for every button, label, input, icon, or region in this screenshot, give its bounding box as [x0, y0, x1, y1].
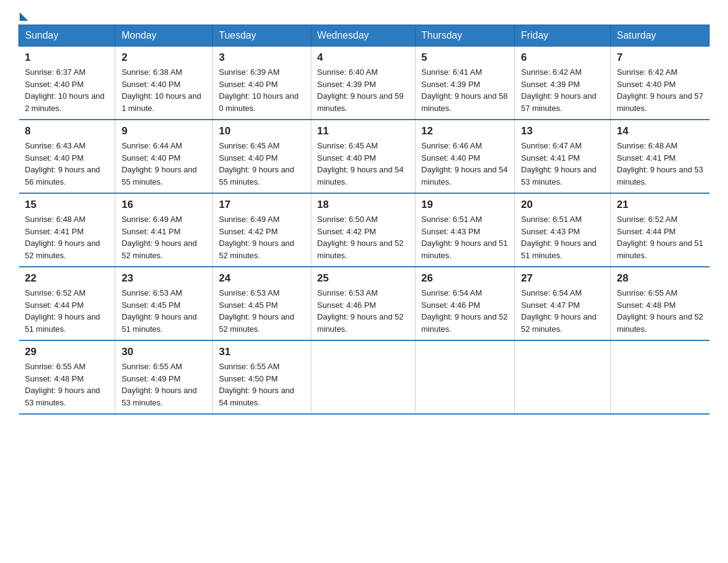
- day-number: 25: [317, 272, 409, 285]
- weekday-header-tuesday: Tuesday: [213, 25, 311, 47]
- logo: [18, 12, 28, 18]
- day-cell-18: 18Sunrise: 6:50 AMSunset: 4:42 PMDayligh…: [311, 193, 415, 267]
- day-cell-31: 31Sunrise: 6:55 AMSunset: 4:50 PMDayligh…: [213, 340, 311, 414]
- day-number: 3: [219, 52, 304, 64]
- day-cell-4: 4Sunrise: 6:40 AMSunset: 4:39 PMDaylight…: [311, 47, 415, 120]
- weekday-header-friday: Friday: [515, 25, 610, 47]
- empty-cell: [415, 340, 515, 414]
- day-info: Sunrise: 6:50 AMSunset: 4:42 PMDaylight:…: [317, 213, 409, 261]
- day-info: Sunrise: 6:44 AMSunset: 4:40 PMDaylight:…: [121, 140, 206, 188]
- empty-cell: [515, 340, 610, 414]
- day-cell-24: 24Sunrise: 6:53 AMSunset: 4:45 PMDayligh…: [213, 267, 311, 340]
- week-row-5: 29Sunrise: 6:55 AMSunset: 4:48 PMDayligh…: [19, 340, 710, 414]
- day-number: 28: [617, 272, 703, 285]
- day-cell-7: 7Sunrise: 6:42 AMSunset: 4:40 PMDaylight…: [610, 47, 709, 120]
- day-number: 7: [617, 52, 703, 64]
- weekday-header-sunday: Sunday: [19, 25, 115, 47]
- day-number: 24: [219, 272, 304, 285]
- day-info: Sunrise: 6:38 AMSunset: 4:40 PMDaylight:…: [121, 66, 206, 114]
- day-number: 19: [422, 199, 509, 211]
- day-cell-29: 29Sunrise: 6:55 AMSunset: 4:48 PMDayligh…: [19, 340, 115, 414]
- day-number: 5: [422, 52, 509, 64]
- day-number: 21: [617, 199, 703, 211]
- day-cell-19: 19Sunrise: 6:51 AMSunset: 4:43 PMDayligh…: [415, 193, 515, 267]
- day-cell-28: 28Sunrise: 6:55 AMSunset: 4:48 PMDayligh…: [610, 267, 709, 340]
- day-number: 29: [25, 346, 109, 358]
- day-info: Sunrise: 6:42 AMSunset: 4:39 PMDaylight:…: [521, 66, 604, 114]
- weekday-header-saturday: Saturday: [610, 25, 709, 47]
- day-info: Sunrise: 6:46 AMSunset: 4:40 PMDaylight:…: [422, 140, 509, 188]
- day-number: 10: [219, 125, 304, 137]
- day-info: Sunrise: 6:54 AMSunset: 4:47 PMDaylight:…: [521, 287, 604, 335]
- day-info: Sunrise: 6:53 AMSunset: 4:45 PMDaylight:…: [121, 287, 206, 335]
- day-cell-8: 8Sunrise: 6:43 AMSunset: 4:40 PMDaylight…: [19, 120, 115, 193]
- day-info: Sunrise: 6:49 AMSunset: 4:41 PMDaylight:…: [121, 213, 206, 261]
- empty-cell: [311, 340, 415, 414]
- day-info: Sunrise: 6:45 AMSunset: 4:40 PMDaylight:…: [317, 140, 409, 188]
- day-cell-14: 14Sunrise: 6:48 AMSunset: 4:41 PMDayligh…: [610, 120, 709, 193]
- day-cell-12: 12Sunrise: 6:46 AMSunset: 4:40 PMDayligh…: [415, 120, 515, 193]
- day-info: Sunrise: 6:43 AMSunset: 4:40 PMDaylight:…: [25, 140, 109, 188]
- day-info: Sunrise: 6:41 AMSunset: 4:39 PMDaylight:…: [422, 66, 509, 114]
- week-row-2: 8Sunrise: 6:43 AMSunset: 4:40 PMDaylight…: [19, 120, 710, 193]
- week-row-1: 1Sunrise: 6:37 AMSunset: 4:40 PMDaylight…: [19, 47, 710, 120]
- day-number: 14: [617, 125, 703, 137]
- day-number: 13: [521, 125, 604, 137]
- day-cell-17: 17Sunrise: 6:49 AMSunset: 4:42 PMDayligh…: [213, 193, 311, 267]
- day-cell-10: 10Sunrise: 6:45 AMSunset: 4:40 PMDayligh…: [213, 120, 311, 193]
- week-row-4: 22Sunrise: 6:52 AMSunset: 4:44 PMDayligh…: [19, 267, 710, 340]
- day-info: Sunrise: 6:37 AMSunset: 4:40 PMDaylight:…: [25, 66, 109, 114]
- day-number: 8: [25, 125, 109, 137]
- day-cell-21: 21Sunrise: 6:52 AMSunset: 4:44 PMDayligh…: [610, 193, 709, 267]
- day-info: Sunrise: 6:52 AMSunset: 4:44 PMDaylight:…: [617, 213, 703, 261]
- day-info: Sunrise: 6:49 AMSunset: 4:42 PMDaylight:…: [219, 213, 304, 261]
- weekday-header-row: SundayMondayTuesdayWednesdayThursdayFrid…: [19, 25, 710, 47]
- day-number: 16: [121, 199, 206, 211]
- day-info: Sunrise: 6:55 AMSunset: 4:48 PMDaylight:…: [617, 287, 703, 335]
- day-cell-9: 9Sunrise: 6:44 AMSunset: 4:40 PMDaylight…: [115, 120, 213, 193]
- day-number: 1: [25, 52, 109, 64]
- day-info: Sunrise: 6:53 AMSunset: 4:45 PMDaylight:…: [219, 287, 304, 335]
- day-cell-30: 30Sunrise: 6:55 AMSunset: 4:49 PMDayligh…: [115, 340, 213, 414]
- day-cell-25: 25Sunrise: 6:53 AMSunset: 4:46 PMDayligh…: [311, 267, 415, 340]
- day-info: Sunrise: 6:40 AMSunset: 4:39 PMDaylight:…: [317, 66, 409, 114]
- day-cell-16: 16Sunrise: 6:49 AMSunset: 4:41 PMDayligh…: [115, 193, 213, 267]
- day-cell-5: 5Sunrise: 6:41 AMSunset: 4:39 PMDaylight…: [415, 47, 515, 120]
- day-info: Sunrise: 6:53 AMSunset: 4:46 PMDaylight:…: [317, 287, 409, 335]
- day-info: Sunrise: 6:55 AMSunset: 4:48 PMDaylight:…: [25, 361, 109, 408]
- day-cell-1: 1Sunrise: 6:37 AMSunset: 4:40 PMDaylight…: [19, 47, 115, 120]
- day-number: 6: [521, 52, 604, 64]
- day-number: 2: [121, 52, 206, 64]
- day-cell-11: 11Sunrise: 6:45 AMSunset: 4:40 PMDayligh…: [311, 120, 415, 193]
- day-number: 20: [521, 199, 604, 211]
- day-number: 23: [121, 272, 206, 285]
- day-info: Sunrise: 6:55 AMSunset: 4:50 PMDaylight:…: [219, 361, 304, 408]
- day-number: 18: [317, 199, 409, 211]
- day-info: Sunrise: 6:52 AMSunset: 4:44 PMDaylight:…: [25, 287, 109, 335]
- week-row-3: 15Sunrise: 6:48 AMSunset: 4:41 PMDayligh…: [19, 193, 710, 267]
- day-number: 27: [521, 272, 604, 285]
- day-number: 11: [317, 125, 409, 137]
- day-cell-6: 6Sunrise: 6:42 AMSunset: 4:39 PMDaylight…: [515, 47, 610, 120]
- day-info: Sunrise: 6:51 AMSunset: 4:43 PMDaylight:…: [521, 213, 604, 261]
- day-cell-2: 2Sunrise: 6:38 AMSunset: 4:40 PMDaylight…: [115, 47, 213, 120]
- day-cell-13: 13Sunrise: 6:47 AMSunset: 4:41 PMDayligh…: [515, 120, 610, 193]
- day-cell-15: 15Sunrise: 6:48 AMSunset: 4:41 PMDayligh…: [19, 193, 115, 267]
- day-info: Sunrise: 6:45 AMSunset: 4:40 PMDaylight:…: [219, 140, 304, 188]
- day-cell-22: 22Sunrise: 6:52 AMSunset: 4:44 PMDayligh…: [19, 267, 115, 340]
- day-cell-3: 3Sunrise: 6:39 AMSunset: 4:40 PMDaylight…: [213, 47, 311, 120]
- empty-cell: [610, 340, 709, 414]
- page-header: [18, 12, 710, 18]
- day-info: Sunrise: 6:54 AMSunset: 4:46 PMDaylight:…: [422, 287, 509, 335]
- day-cell-20: 20Sunrise: 6:51 AMSunset: 4:43 PMDayligh…: [515, 193, 610, 267]
- weekday-header-monday: Monday: [115, 25, 213, 47]
- day-number: 22: [25, 272, 109, 285]
- day-info: Sunrise: 6:48 AMSunset: 4:41 PMDaylight:…: [25, 213, 109, 261]
- day-info: Sunrise: 6:55 AMSunset: 4:49 PMDaylight:…: [121, 361, 206, 408]
- day-number: 30: [121, 346, 206, 358]
- day-number: 15: [25, 199, 109, 211]
- day-info: Sunrise: 6:42 AMSunset: 4:40 PMDaylight:…: [617, 66, 703, 114]
- day-info: Sunrise: 6:47 AMSunset: 4:41 PMDaylight:…: [521, 140, 604, 188]
- day-info: Sunrise: 6:51 AMSunset: 4:43 PMDaylight:…: [422, 213, 509, 261]
- day-cell-27: 27Sunrise: 6:54 AMSunset: 4:47 PMDayligh…: [515, 267, 610, 340]
